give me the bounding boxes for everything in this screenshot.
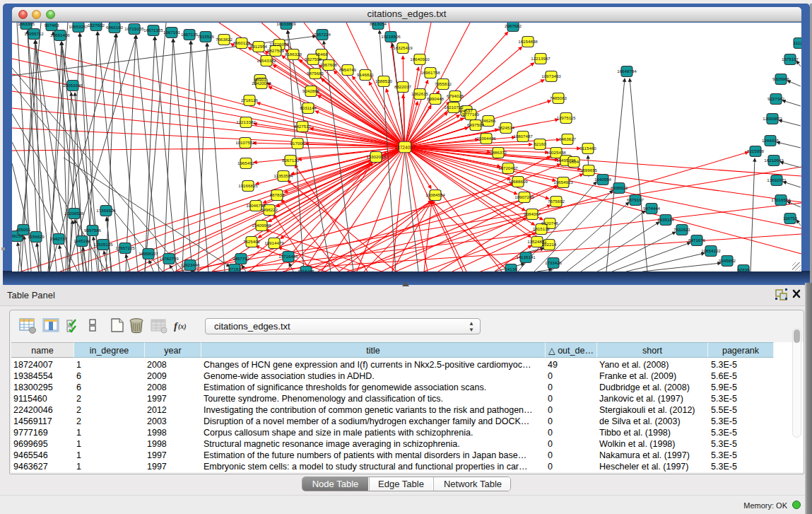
svg-text:19384554: 19384554	[425, 192, 445, 197]
svg-text:116753: 116753	[783, 216, 798, 221]
svg-text:9115460: 9115460	[579, 146, 596, 151]
svg-text:7955812: 7955812	[435, 81, 452, 86]
svg-text:9084067: 9084067	[524, 211, 541, 216]
svg-text:2087682: 2087682	[505, 23, 522, 28]
svg-text:9329966: 9329966	[772, 76, 790, 81]
svg-text:11123: 11123	[794, 40, 801, 45]
svg-text:18724007: 18724007	[394, 145, 416, 150]
svg-text:16782759: 16782759	[159, 256, 179, 261]
svg-text:1640954: 1640954	[594, 177, 612, 182]
svg-text:7663822: 7663822	[216, 37, 233, 42]
svg-text:1733426: 1733426	[545, 260, 563, 265]
svg-text:18907249: 18907249	[514, 194, 534, 199]
svg-text:17016504: 17016504	[771, 197, 791, 202]
svg-text:2942737: 2942737	[50, 236, 68, 241]
svg-text:16033809: 16033809	[276, 23, 296, 26]
svg-text:1575107: 1575107	[782, 57, 799, 62]
svg-text:252214: 252214	[542, 242, 557, 247]
svg-text:15720407: 15720407	[498, 165, 518, 170]
svg-text:12213382: 12213382	[236, 119, 256, 124]
svg-text:17359924: 17359924	[96, 208, 116, 213]
svg-text:16914479: 16914479	[264, 240, 284, 245]
svg-text:907463: 907463	[45, 23, 59, 28]
svg-text:2367608: 2367608	[320, 62, 338, 67]
svg-text:18325419: 18325419	[393, 45, 413, 50]
svg-text:19166825: 19166825	[238, 183, 258, 188]
svg-text:8938923: 8938923	[611, 185, 628, 190]
svg-text:20364436: 20364436	[476, 136, 496, 141]
svg-text:10107552: 10107552	[235, 140, 255, 145]
svg-text:8427512: 8427512	[294, 124, 312, 129]
svg-text:9997586: 9997586	[84, 228, 102, 233]
svg-text:16154838: 16154838	[518, 39, 538, 44]
svg-text:13692971: 13692971	[767, 177, 787, 182]
svg-text:887833: 887833	[270, 192, 285, 197]
svg-text:15409948: 15409948	[252, 223, 271, 228]
svg-text:10807487: 10807487	[513, 134, 533, 139]
svg-text:1156829: 1156829	[28, 234, 45, 239]
svg-text:7357224: 7357224	[314, 32, 331, 37]
svg-text:8813054: 8813054	[370, 23, 387, 26]
svg-text:10958107: 10958107	[139, 251, 158, 256]
svg-text:16543382: 16543382	[257, 58, 276, 63]
svg-text:9463627: 9463627	[559, 136, 577, 141]
svg-text:6120746: 6120746	[541, 221, 559, 226]
svg-text:62160: 62160	[534, 141, 546, 146]
svg-text:12213967: 12213967	[531, 56, 551, 61]
svg-text:16961758: 16961758	[420, 70, 440, 75]
svg-text:14136141: 14136141	[516, 255, 536, 259]
svg-text:7632621: 7632621	[673, 227, 691, 232]
svg-text:10973493: 10973493	[541, 74, 561, 78]
svg-text:8215958: 8215958	[747, 148, 765, 153]
svg-text:9875685: 9875685	[307, 71, 324, 76]
svg-text:1588520: 1588520	[375, 78, 393, 83]
svg-text:8267130: 8267130	[282, 158, 300, 163]
svg-text:8471676: 8471676	[688, 238, 706, 243]
svg-text:8990448: 8990448	[427, 96, 445, 101]
svg-text:17957225: 17957225	[115, 245, 135, 250]
svg-text:1527602: 1527602	[88, 23, 105, 28]
svg-text:7515526: 7515526	[197, 34, 215, 39]
svg-text:20053346: 20053346	[63, 83, 83, 88]
svg-text:10654122: 10654122	[701, 248, 721, 253]
svg-text:15302013: 15302013	[366, 154, 386, 159]
svg-text:7675692: 7675692	[548, 199, 565, 204]
svg-text:87163: 87163	[228, 267, 241, 271]
svg-text:8031144: 8031144	[300, 105, 317, 110]
svg-text:1244415: 1244415	[762, 138, 779, 143]
svg-text:15468: 15468	[315, 52, 328, 57]
svg-text:1815132: 1815132	[533, 226, 551, 231]
svg-text:9604: 9604	[569, 159, 579, 164]
svg-text:10653267: 10653267	[69, 24, 88, 29]
svg-text:6498222: 6498222	[261, 207, 278, 212]
svg-text:20691406: 20691406	[50, 33, 70, 37]
svg-text:8912954: 8912954	[250, 44, 268, 49]
svg-text:19218506: 19218506	[381, 34, 401, 39]
svg-text:7485063: 7485063	[550, 95, 567, 100]
svg-text:2718126: 2718126	[241, 98, 259, 103]
svg-text:(x): (x)	[178, 322, 187, 331]
svg-text:92836: 92836	[737, 267, 750, 271]
svg-text:8322037: 8322037	[394, 84, 412, 89]
svg-text:9327508: 9327508	[305, 57, 322, 62]
svg-text:16671355: 16671355	[143, 28, 163, 33]
svg-text:23226058: 23226058	[269, 42, 289, 47]
svg-text:8454749: 8454749	[339, 67, 357, 72]
svg-text:3824514: 3824514	[498, 125, 515, 130]
svg-text:12093872: 12093872	[763, 116, 782, 121]
svg-text:9827509: 9827509	[267, 48, 285, 53]
svg-text:9146821: 9146821	[357, 72, 375, 77]
svg-text:6497508: 6497508	[467, 122, 485, 127]
svg-text:9457791: 9457791	[233, 256, 250, 261]
svg-text:1667135: 1667135	[181, 32, 199, 37]
svg-text:7625402: 7625402	[243, 239, 261, 244]
svg-text:1145194: 1145194	[73, 238, 90, 243]
svg-text:8660124: 8660124	[233, 40, 251, 45]
svg-text:1362615: 1362615	[411, 91, 429, 96]
svg-text:12923446: 12923446	[180, 262, 200, 267]
svg-text:18640910: 18640910	[410, 57, 430, 62]
svg-text:12055712: 12055712	[24, 31, 44, 36]
svg-text:435001: 435001	[16, 227, 31, 232]
svg-text:9699695: 9699695	[580, 168, 598, 173]
svg-text:6879197: 6879197	[627, 197, 645, 202]
